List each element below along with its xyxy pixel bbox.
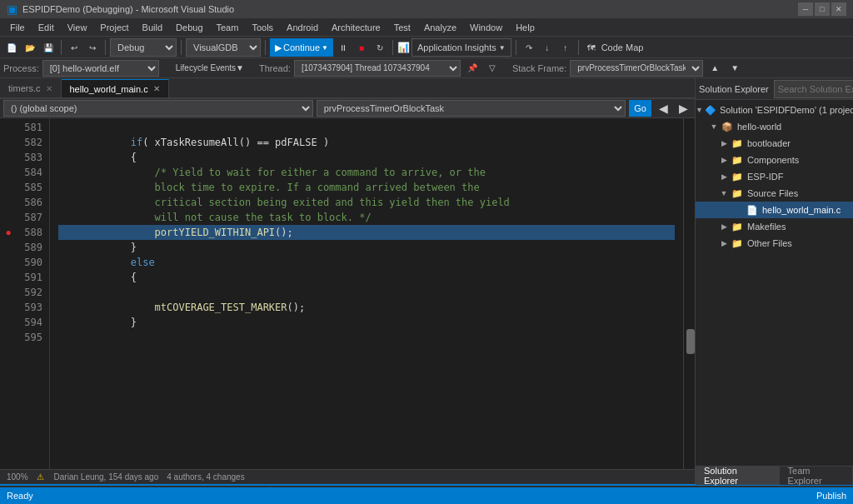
hello-main-tab-close[interactable]: ✕ (153, 84, 160, 93)
scope-dropdown[interactable]: () (global scope) (3, 100, 313, 117)
se-bottom-tabs: Solution Explorer Team Explorer (696, 466, 853, 484)
save-button[interactable]: 💾 (40, 38, 57, 57)
stack-frame-up-button[interactable]: ▲ (706, 59, 723, 77)
stack-frame-dropdown[interactable]: prvProcessTimerOrBlockTask() (570, 60, 703, 77)
code-line-593: mtCOVERAGE_TEST_MARKER(); (58, 300, 675, 315)
other-files-label: Other Files (747, 238, 792, 248)
maximize-button[interactable]: □ (815, 2, 830, 16)
code-content[interactable]: if( xTaskResumeAll() == pdFALSE ) { /* Y… (50, 118, 683, 469)
thread-pin-button[interactable]: 📌 (464, 59, 481, 77)
menu-android[interactable]: Android (280, 18, 325, 37)
step-into-button[interactable]: ↓ (539, 38, 556, 57)
debug-target-dropdown[interactable]: Debug (110, 38, 177, 57)
menu-analyze[interactable]: Analyze (417, 18, 463, 37)
bootloader-arrow: ▶ (719, 139, 729, 147)
menu-window[interactable]: Window (463, 18, 509, 37)
menu-test[interactable]: Test (387, 18, 417, 37)
tab-hello-world-main[interactable]: hello_world_main.c ✕ (62, 79, 169, 97)
lifecycle-button[interactable]: Lifecycle Events ▼ (172, 59, 247, 77)
nav-next-button[interactable]: ▶ (675, 99, 691, 117)
code-nav: () (global scope) prvProcessTimerOrBlock… (0, 98, 695, 118)
thread-label: Thread: (259, 63, 291, 73)
process-label: Process: (3, 63, 39, 73)
tree-hello-main-c[interactable]: 📄 hello_world_main.c (696, 202, 853, 218)
code-map-button[interactable]: 🗺 (583, 38, 600, 57)
window-title: ESPIDFDemo (Debugging) - Microsoft Visua… (22, 4, 234, 14)
step-over-button[interactable]: ↷ (521, 38, 537, 57)
nav-prev-button[interactable]: ◀ (655, 99, 671, 117)
menu-bar: File Edit View Project Build Debug Team … (0, 18, 853, 37)
tree-bootloader[interactable]: ▶ 📁 bootloader (696, 135, 853, 152)
menu-team[interactable]: Team (210, 18, 246, 37)
tree-source-files[interactable]: ▼ 📁 Source Files (696, 185, 853, 202)
app-insights-button[interactable]: Application Insights ▼ (412, 38, 511, 57)
visualgdb-dropdown[interactable]: VisualGDB (186, 38, 261, 57)
open-button[interactable]: 📂 (22, 38, 38, 57)
se-tab-solution-explorer[interactable]: Solution Explorer (696, 467, 780, 485)
tree-components[interactable]: ▶ 📁 Components (696, 152, 853, 168)
hello-main-tab-label: hello_world_main.c (70, 84, 148, 94)
menu-build[interactable]: Build (136, 18, 169, 37)
esp-idf-icon: 📁 (731, 170, 744, 183)
window-controls: ─ □ ✕ (798, 2, 846, 16)
code-editor[interactable]: ● 581582583584 585586587588 589590591592… (0, 118, 695, 469)
se-toolbar: Solution Explorer (696, 78, 853, 100)
function-dropdown[interactable]: prvProcessTimerOrBlockTask (317, 100, 626, 117)
source-files-label: Source Files (747, 188, 798, 198)
status-text: Ready (7, 491, 33, 501)
menu-debug[interactable]: Debug (169, 18, 209, 37)
main-layout: timers.c ✕ hello_world_main.c ✕ () (glob… (0, 78, 853, 484)
menu-tools[interactable]: Tools (245, 18, 280, 37)
tree-makefiles[interactable]: ▶ 📁 Makefiles (696, 218, 853, 235)
project-label: hello-world (737, 122, 781, 132)
close-button[interactable]: ✕ (831, 2, 846, 16)
go-button[interactable]: Go (629, 100, 651, 117)
new-button[interactable]: 📄 (3, 38, 20, 57)
solution-search-input[interactable] (774, 80, 853, 98)
project-arrow: ▼ (709, 122, 719, 131)
toolbar-separator-5 (392, 40, 393, 55)
menu-help[interactable]: Help (509, 18, 541, 37)
menu-project[interactable]: Project (93, 18, 135, 37)
source-files-icon: 📁 (731, 187, 744, 200)
menu-edit[interactable]: Edit (32, 18, 61, 37)
app-insights-icon: 📊 (397, 42, 410, 53)
stack-frame-down-button[interactable]: ▼ (726, 59, 743, 77)
tab-timers-c[interactable]: timers.c ✕ (0, 79, 62, 97)
code-line-587: will not cause the task to block. */ (58, 210, 675, 225)
thread-filter-button[interactable]: ▽ (484, 59, 501, 77)
stop-button[interactable]: ■ (353, 38, 370, 57)
editor-scrollbar[interactable] (683, 118, 695, 469)
process-dropdown[interactable]: [0] hello-world.elf (42, 60, 159, 77)
thread-dropdown[interactable]: [1073437904] Thread 1073437904 (294, 60, 461, 77)
code-map-label: Code Map (601, 42, 644, 52)
minimize-button[interactable]: ─ (798, 2, 813, 16)
esp-idf-arrow: ▶ (719, 172, 729, 181)
code-line-582: if( xTaskResumeAll() == pdFALSE ) (58, 135, 675, 150)
makefiles-arrow: ▶ (719, 222, 729, 231)
hello-c-label: hello_world_main.c (762, 205, 841, 215)
continue-button[interactable]: ▶ Continue ▼ (270, 38, 333, 57)
tree-solution[interactable]: ▼ 🔷 Solution 'ESPIDFDemo' (1 project) (696, 102, 853, 118)
status-bar: Ready Publish (0, 487, 853, 504)
undo-button[interactable]: ↩ (66, 38, 82, 57)
tree-project[interactable]: ▼ 📦 hello-world (696, 118, 853, 135)
tree-other-files[interactable]: ▶ 📁 Other Files (696, 235, 853, 252)
menu-file[interactable]: File (3, 18, 32, 37)
solution-arrow: ▼ (696, 106, 703, 114)
code-line-583: { (58, 150, 675, 165)
project-icon: 📦 (721, 120, 734, 133)
pause-button[interactable]: ⏸ (335, 38, 352, 57)
timers-tab-close[interactable]: ✕ (46, 84, 52, 93)
tree-esp-idf[interactable]: ▶ 📁 ESP-IDF (696, 168, 853, 185)
redo-button[interactable]: ↪ (84, 38, 101, 57)
se-tab-team-explorer[interactable]: Team Explorer (780, 467, 853, 485)
menu-architecture[interactable]: Architecture (325, 18, 387, 37)
code-line-581 (58, 120, 675, 135)
menu-view[interactable]: View (61, 18, 94, 37)
publish-label: Publish (816, 491, 846, 501)
step-out-button[interactable]: ↑ (557, 38, 574, 57)
code-line-591: { (58, 270, 675, 285)
restart-button[interactable]: ↻ (372, 38, 388, 57)
toolbar-separator-3 (181, 40, 182, 55)
